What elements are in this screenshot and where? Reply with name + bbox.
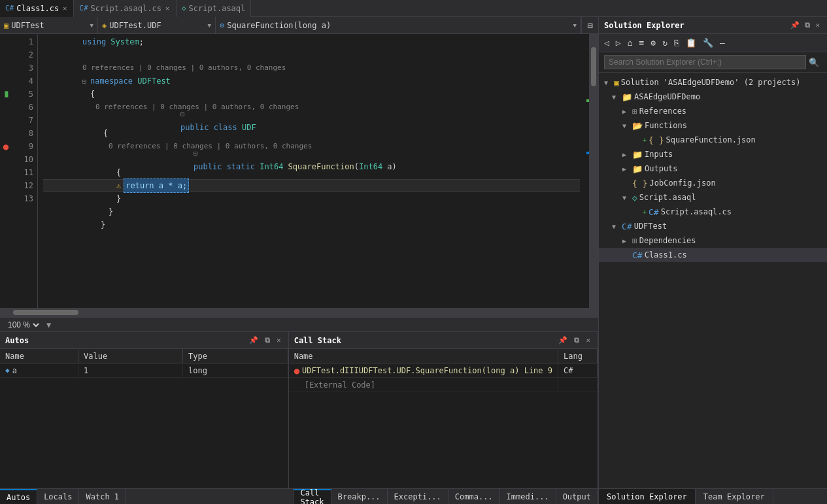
expand-solution[interactable]: ▼: [604, 79, 612, 86]
zoom-select[interactable]: 100 %: [5, 320, 41, 330]
expand-functions[interactable]: ▼: [622, 122, 630, 129]
fold-5[interactable]: ⊟: [180, 108, 188, 121]
method-dropdown[interactable]: ⊕ SquareFunction(long a) ▼: [216, 17, 581, 34]
se-refresh-button[interactable]: ↻: [660, 37, 670, 49]
callstack-row-0[interactable]: ● UDFTest.dIIIUDFTest.UDF.SquareFunction…: [289, 363, 598, 378]
v-scrollbar[interactable]: [589, 34, 598, 308]
code-content[interactable]: using System; 0 references | 0 changes |…: [38, 34, 580, 308]
h-scrollbar-thumb[interactable]: [13, 310, 78, 315]
callstack-close-button[interactable]: ✕: [584, 335, 592, 345]
tree-item-udf[interactable]: ▼ C# UDFTest: [599, 219, 827, 233]
expand-outputs[interactable]: ▶: [622, 165, 630, 173]
tree-label-jobconfig: JobConfig.json: [649, 178, 715, 188]
h-scrollbar[interactable]: [0, 308, 598, 317]
autos-col-name: Name: [0, 349, 78, 363]
gutter-8: [0, 127, 12, 140]
cs-icon: C#: [5, 4, 14, 12]
se-close-button[interactable]: ✕: [813, 20, 822, 30]
autos-pin-button[interactable]: 📌: [247, 335, 260, 345]
close-tab2-button[interactable]: ✕: [164, 4, 171, 12]
tree-item-script-asaql[interactable]: ▼ ◇ Script.asaql: [599, 190, 827, 205]
tab-comma[interactable]: Comma...: [448, 489, 500, 505]
se-search-bar: 🔍: [599, 52, 827, 73]
tab-immediate[interactable]: Immedi...: [500, 489, 556, 505]
tab-scriptasaql[interactable]: ◇ Script.asaql: [177, 0, 251, 17]
callstack-float-button[interactable]: ⧉: [572, 335, 581, 345]
se-back-button[interactable]: ◁: [601, 37, 612, 49]
tree-item-deps[interactable]: ▶ ⊞ Dependencies: [599, 233, 827, 248]
close-tab-button[interactable]: ✕: [61, 4, 68, 12]
tab-output[interactable]: Output: [556, 489, 598, 505]
callstack-cell-lang-1: [558, 384, 598, 386]
bottom-panels: Autos 📌 ⧉ ✕ Name Value Type: [0, 331, 598, 488]
se-dash-button[interactable]: —: [717, 37, 728, 49]
tree-item-class1[interactable]: ▶ C# Class1.cs: [599, 248, 827, 262]
expand-references[interactable]: ▶: [622, 108, 630, 115]
se-copy-button[interactable]: ⎘: [671, 37, 682, 49]
autos-cell-name-0: ◆ a: [0, 365, 78, 377]
autos-cell-value-0: 1: [78, 365, 183, 377]
tab-breakpoints[interactable]: Breakp...: [331, 489, 388, 505]
tree-item-inputs[interactable]: ▶ 📁 Inputs: [599, 147, 827, 161]
tree-item-squarefn[interactable]: ▶ + { } SquareFunction.json: [599, 133, 827, 147]
tab-autos[interactable]: Autos: [0, 489, 37, 505]
se-wrench-button[interactable]: 🔧: [700, 37, 716, 49]
deps-icon: ⊞: [632, 236, 637, 246]
fold-3[interactable]: ⊟: [82, 75, 90, 88]
tree-item-script-cs[interactable]: ▶ + C# Script.asaql.cs: [599, 205, 827, 219]
tab-class1cs[interactable]: C# Class1.cs ✕: [0, 0, 74, 17]
zoom-arrow: ▼: [46, 320, 51, 329]
autos-close-button[interactable]: ✕: [275, 335, 283, 345]
se-tab-solution-explorer[interactable]: Solution Explorer: [599, 489, 696, 504]
expand-inputs[interactable]: ▶: [622, 151, 630, 158]
se-pin-button[interactable]: 📌: [788, 20, 802, 30]
tab-scriptasaqlcs[interactable]: C# Script.asaql.cs ✕: [74, 0, 177, 17]
code-editor[interactable]: █ ● 12345: [0, 34, 598, 317]
expand-asa[interactable]: ▼: [612, 93, 620, 101]
tree-label-solution: Solution 'ASAEdgeUDFDemo' (2 projects): [621, 78, 801, 87]
callstack-pin-button[interactable]: 📌: [556, 335, 569, 345]
tab-label: Class1.cs: [16, 4, 59, 13]
tree-item-outputs[interactable]: ▶ 📁 Outputs: [599, 161, 827, 176]
autos-col-type: Type: [183, 349, 288, 363]
tree-item-solution[interactable]: ▼ ▣ Solution 'ASAEdgeUDFDemo' (2 project…: [599, 75, 827, 90]
outputs-folder-icon: 📁: [632, 164, 643, 174]
autos-row-0[interactable]: ◆ a 1 long: [0, 363, 288, 378]
se-float-button[interactable]: ⧉: [803, 20, 812, 30]
tree-item-jobconfig[interactable]: ▶ { } JobConfig.json: [599, 176, 827, 190]
se-tab-team-explorer[interactable]: Team Explorer: [696, 489, 773, 504]
tree-item-references[interactable]: ▶ ⊞ References: [599, 104, 827, 118]
selected-return: return a * a;: [124, 178, 189, 193]
fold-7[interactable]: ⊟: [194, 147, 201, 160]
split-button[interactable]: ⊟: [581, 17, 598, 34]
project-dropdown[interactable]: ▣ UDFTest ▼: [0, 17, 98, 34]
asa-project-icon: 📁: [622, 92, 632, 102]
jobconfig-icon: { }: [632, 178, 647, 188]
se-forward-button[interactable]: ▷: [613, 37, 624, 49]
se-search-icon[interactable]: 🔍: [806, 56, 822, 69]
tab-callstack[interactable]: Call Stack: [294, 489, 331, 505]
se-collapse-button[interactable]: ≡: [636, 37, 647, 49]
gutter-10: [0, 153, 12, 166]
v-scrollbar-thumb[interactable]: [591, 47, 596, 86]
class-dropdown[interactable]: ◈ UDFTest.UDF ▼: [98, 17, 216, 34]
se-search-input[interactable]: [604, 55, 806, 69]
callstack-row-1[interactable]: [External Code]: [289, 378, 598, 392]
tab-watch1[interactable]: Watch 1: [79, 489, 126, 505]
autos-float-button[interactable]: ⧉: [263, 335, 272, 345]
tree-item-functions[interactable]: ▼ 📂 Functions: [599, 118, 827, 133]
expand-script-asaql[interactable]: ▼: [622, 194, 630, 201]
tab-exceptions[interactable]: Excepti...: [388, 489, 448, 505]
tab-locals[interactable]: Locals: [37, 489, 79, 505]
tree-label-functions: Functions: [645, 121, 687, 130]
expand-udf[interactable]: ▼: [612, 223, 620, 230]
asaql-icon: ◇: [182, 4, 186, 12]
se-paste-button[interactable]: 📋: [683, 37, 699, 49]
tree-item-asa[interactable]: ▼ 📁 ASAEdgeUDFDemo: [599, 90, 827, 104]
expand-deps[interactable]: ▶: [622, 237, 630, 244]
tree-label-outputs: Outputs: [645, 164, 678, 173]
se-settings-button[interactable]: ⚙: [648, 37, 658, 49]
squarefn-icon: { }: [649, 135, 664, 145]
se-bottom-tab-bar: Solution Explorer Team Explorer: [599, 488, 827, 504]
se-home-button[interactable]: ⌂: [625, 37, 635, 49]
